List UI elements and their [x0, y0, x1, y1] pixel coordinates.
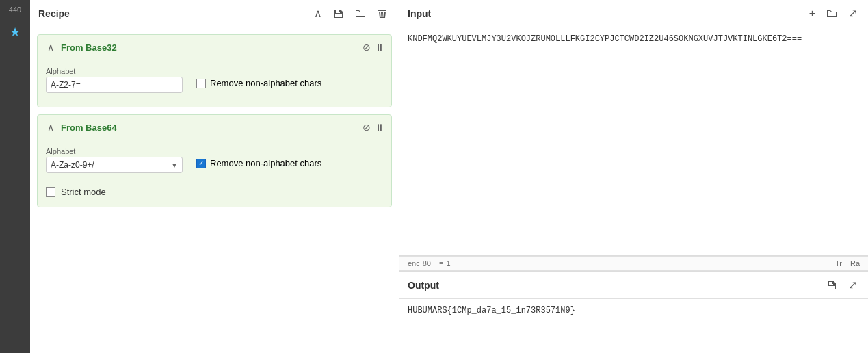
step-from-base64-remove-label[interactable]: Remove non-alphabet chars — [210, 158, 321, 168]
recipe-collapse-button[interactable]: ∧ — [311, 5, 325, 21]
status-enc-label: enc — [408, 259, 420, 267]
input-folder-button[interactable] — [824, 7, 840, 21]
output-header: Output ⤢ — [399, 272, 868, 299]
recipe-save-button[interactable] — [330, 7, 347, 21]
step-from-base32-remove-group: Remove non-alphabet chars — [196, 78, 321, 88]
step-from-base32-pause-icon[interactable]: ⏸ — [375, 42, 384, 53]
status-lines-icon: ≡ — [439, 259, 443, 267]
output-icons: ⤢ — [824, 277, 860, 293]
status-tr-label: Tr — [835, 259, 842, 267]
output-title: Output — [408, 280, 824, 291]
io-panel: Input + ⤢ KNDFMQ2WKUYUEVLMJY3U2VKOJZRUMO… — [399, 0, 868, 353]
step-from-base64-body: Alphabet ▼ Remove non-alphabet chars Str… — [38, 140, 391, 207]
step-from-base32-collapse-button[interactable]: ∧ — [44, 40, 57, 54]
step-from-base64-alphabet-label: Alphabet — [46, 147, 183, 155]
recipe-panel: Recipe ∧ ∧ From Base32 ⊘ ⏸ — [30, 0, 399, 353]
step-from-base64-dropdown-arrow-icon[interactable]: ▼ — [167, 159, 182, 172]
step-from-base64-icons: ⊘ ⏸ — [363, 122, 384, 133]
recipe-title: Recipe — [38, 8, 311, 19]
step-from-base64-alphabet-input[interactable] — [47, 157, 167, 172]
step-from-base32-remove-checkbox[interactable] — [196, 79, 206, 88]
recipe-header-icons: ∧ — [311, 5, 391, 21]
recipe-folder-button[interactable] — [352, 7, 369, 21]
output-expand-button[interactable]: ⤢ — [845, 277, 860, 293]
step-from-base32-body: Alphabet Remove non-alphabet chars — [38, 60, 391, 107]
sidebar: 440 ★ — [0, 0, 30, 353]
input-title: Input — [408, 8, 806, 19]
recipe-body: ∧ From Base32 ⊘ ⏸ Alphabet Remove non-al… — [30, 27, 399, 353]
step-from-base32-header: ∧ From Base32 ⊘ ⏸ — [38, 35, 391, 60]
status-lines-item: ≡ 1 — [439, 259, 451, 267]
step-from-base32: ∧ From Base32 ⊘ ⏸ Alphabet Remove non-al… — [37, 34, 392, 107]
sidebar-number: 440 — [9, 5, 21, 14]
output-save-button[interactable] — [824, 277, 840, 293]
status-enc-value: 80 — [423, 259, 431, 267]
input-header-icons: + ⤢ — [806, 5, 860, 21]
input-section: Input + ⤢ KNDFMQ2WKUYUEVLMJY3U2VKOJZRUMO… — [399, 0, 868, 256]
step-from-base64-remove-group: Remove non-alphabet chars — [196, 158, 321, 168]
step-from-base64-strict-row: Strict mode — [46, 187, 383, 197]
step-from-base64-row: Alphabet ▼ Remove non-alphabet chars — [46, 147, 383, 180]
step-from-base32-row: Alphabet Remove non-alphabet chars — [46, 67, 383, 100]
recipe-delete-button[interactable] — [374, 7, 391, 21]
step-from-base32-title: From Base32 — [61, 42, 363, 53]
status-lines-value: 1 — [446, 259, 450, 267]
output-section: Output ⤢ HUBUMARS{1CMp_da7a_15_1n73R3571… — [399, 271, 868, 353]
step-from-base64-strict-checkbox[interactable] — [46, 187, 55, 197]
status-bar: enc 80 ≡ 1 Tr Ra — [399, 256, 868, 271]
input-expand-button[interactable]: ⤢ — [845, 5, 860, 21]
step-from-base64-alphabet-dropdown[interactable]: ▼ — [46, 157, 183, 173]
step-from-base64-alphabet-group: Alphabet ▼ — [46, 147, 183, 173]
step-from-base64-strict-label[interactable]: Strict mode — [61, 187, 106, 197]
step-from-base32-alphabet-label: Alphabet — [46, 67, 183, 75]
input-content: KNDFMQ2WKUYUEVLMJY3U2VKOJZRUMOLLLFKGI2CY… — [399, 27, 868, 255]
input-header: Input + ⤢ — [399, 0, 868, 27]
step-from-base64-collapse-button[interactable]: ∧ — [44, 120, 57, 134]
status-enc-item: enc 80 — [408, 259, 431, 267]
step-from-base64-disable-icon[interactable]: ⊘ — [363, 122, 371, 133]
step-from-base32-remove-label[interactable]: Remove non-alphabet chars — [210, 78, 321, 88]
step-from-base32-icons: ⊘ ⏸ — [363, 42, 384, 53]
step-from-base64-title: From Base64 — [61, 122, 363, 133]
recipe-header: Recipe ∧ — [30, 0, 399, 27]
step-from-base64-pause-icon[interactable]: ⏸ — [375, 122, 384, 133]
step-from-base32-alphabet-group: Alphabet — [46, 67, 183, 93]
step-from-base64-remove-checkbox[interactable] — [196, 159, 206, 168]
status-ra-label: Ra — [850, 259, 860, 267]
input-add-button[interactable]: + — [806, 6, 818, 21]
sidebar-star-icon[interactable]: ★ — [10, 25, 21, 40]
output-content: HUBUMARS{1CMp_da7a_15_1n73R3571N9} — [399, 299, 868, 353]
step-from-base64: ∧ From Base64 ⊘ ⏸ Alphabet ▼ — [37, 114, 392, 207]
step-from-base64-header: ∧ From Base64 ⊘ ⏸ — [38, 115, 391, 140]
step-from-base32-disable-icon[interactable]: ⊘ — [363, 42, 371, 53]
step-from-base32-alphabet-input[interactable] — [46, 77, 183, 93]
